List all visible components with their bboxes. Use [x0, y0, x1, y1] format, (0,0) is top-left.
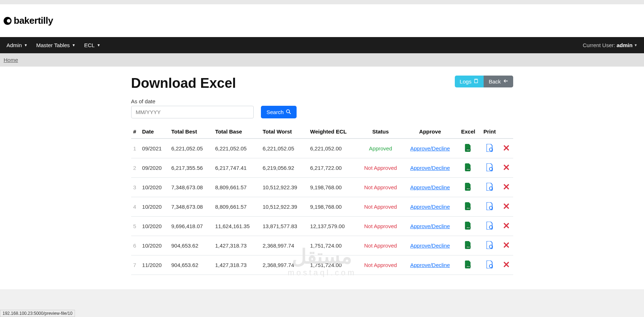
th-excel: Excel: [457, 125, 480, 139]
chevron-down-icon: ▼: [634, 43, 638, 47]
cell-base: 6,221,052.05: [213, 139, 261, 158]
svg-text:XLS: XLS: [467, 227, 470, 228]
approve-decline-link[interactable]: Approve/Decline: [410, 165, 450, 171]
print-preview-icon[interactable]: [487, 205, 493, 211]
delete-icon[interactable]: [503, 147, 510, 153]
print-preview-icon[interactable]: [487, 166, 493, 172]
cell-base: 8,809,661.57: [213, 178, 261, 197]
cell-best: 9,696,418.07: [169, 217, 213, 236]
nav-item-master-tables[interactable]: Master Tables ▼: [36, 42, 75, 48]
cell-worst: 2,368,997.74: [261, 236, 308, 255]
cell-worst: 6,221,052.05: [261, 139, 308, 158]
cell-date: 10/2020: [140, 178, 169, 197]
logo-mark-icon: [4, 17, 12, 25]
table-row: 510/20209,696,418.0711,624,161.3513,871,…: [131, 217, 513, 236]
breadcrumb-home[interactable]: Home: [4, 57, 18, 63]
cell-date: 10/2020: [140, 217, 169, 236]
logs-button[interactable]: Logs: [455, 76, 484, 87]
date-label: As of date: [131, 98, 254, 104]
excel-download-icon[interactable]: XLS: [465, 147, 471, 153]
cell-wecl: 9,198,768.00: [308, 178, 358, 197]
cell-date: 10/2020: [140, 236, 169, 255]
table-row: 209/20206,217,355.566,217,747.416,219,05…: [131, 158, 513, 178]
delete-icon[interactable]: [503, 166, 510, 172]
excel-download-icon[interactable]: XLS: [465, 186, 471, 192]
table-row: 711/2020904,653.621,427,318.732,368,997.…: [131, 255, 513, 275]
current-user-name: admin: [617, 42, 632, 48]
cell-worst: 2,368,997.74: [261, 255, 308, 275]
cell-status: Not Approved: [358, 255, 403, 275]
cell-wecl: 12,137,579.00: [308, 217, 358, 236]
nav-right[interactable]: Current User: admin ▼: [583, 42, 638, 48]
print-preview-icon[interactable]: [487, 263, 493, 270]
nav-item-ecl[interactable]: ECL ▼: [84, 42, 100, 48]
approve-decline-link[interactable]: Approve/Decline: [410, 145, 450, 151]
print-preview-icon[interactable]: [487, 244, 493, 250]
back-label: Back: [489, 78, 501, 85]
cell-idx: 6: [131, 236, 140, 255]
svg-text:XLS: XLS: [467, 246, 470, 248]
excel-download-icon[interactable]: XLS: [465, 263, 471, 270]
breadcrumb-bar: Home: [0, 53, 644, 67]
page-title: Download Excel: [131, 76, 236, 91]
search-icon: [286, 109, 291, 115]
delete-icon[interactable]: [503, 263, 510, 270]
th-base: Total Base: [213, 125, 261, 139]
cell-base: 11,624,161.35: [213, 217, 261, 236]
delete-icon[interactable]: [503, 205, 510, 211]
nav-item-admin[interactable]: Admin ▼: [6, 42, 27, 48]
th-approve: Approve: [403, 125, 457, 139]
delete-icon[interactable]: [503, 186, 510, 192]
approve-decline-link[interactable]: Approve/Decline: [410, 243, 450, 249]
excel-download-icon[interactable]: XLS: [465, 244, 471, 250]
date-input[interactable]: [131, 106, 254, 118]
cell-worst: 13,871,577.83: [261, 217, 308, 236]
print-preview-icon[interactable]: [487, 225, 493, 231]
cell-best: 6,217,355.56: [169, 158, 213, 178]
cell-best: 904,653.62: [169, 255, 213, 275]
chevron-down-icon: ▼: [97, 43, 101, 47]
approve-decline-link[interactable]: Approve/Decline: [410, 262, 450, 268]
cell-date: 11/2020: [140, 255, 169, 275]
cell-idx: 7: [131, 255, 140, 275]
cell-status: Not Approved: [358, 178, 403, 197]
main-navbar: Admin ▼ Master Tables ▼ ECL ▼ Current Us…: [0, 37, 644, 53]
excel-download-icon[interactable]: XLS: [465, 225, 471, 231]
cell-status: Not Approved: [358, 158, 403, 178]
cell-status: Not Approved: [358, 217, 403, 236]
cell-status: Not Approved: [358, 197, 403, 217]
nav-label: Admin: [6, 42, 22, 48]
table-row: 310/20207,348,673.088,809,661.5710,512,9…: [131, 178, 513, 197]
th-worst: Total Worst: [261, 125, 308, 139]
cell-base: 6,217,747.41: [213, 158, 261, 178]
delete-icon[interactable]: [503, 225, 510, 231]
delete-icon[interactable]: [503, 244, 510, 250]
search-label: Search: [267, 109, 284, 115]
excel-download-icon[interactable]: XLS: [465, 205, 471, 211]
cell-best: 7,348,673.08: [169, 178, 213, 197]
svg-text:XLS: XLS: [467, 188, 470, 190]
nav-left: Admin ▼ Master Tables ▼ ECL ▼: [6, 42, 101, 48]
approve-decline-link[interactable]: Approve/Decline: [410, 184, 450, 190]
cell-date: 10/2020: [140, 197, 169, 217]
chevron-down-icon: ▼: [24, 43, 28, 47]
th-idx: #: [131, 125, 140, 139]
excel-download-icon[interactable]: XLS: [465, 166, 471, 172]
th-status: Status: [358, 125, 403, 139]
search-button[interactable]: Search: [261, 106, 297, 118]
brand-logo: bakertilly: [4, 15, 53, 26]
print-preview-icon[interactable]: [487, 186, 493, 192]
approve-decline-link[interactable]: Approve/Decline: [410, 223, 450, 229]
table-row: 109/20216,221,052.056,221,052.056,221,05…: [131, 139, 513, 158]
cell-date: 09/2020: [140, 158, 169, 178]
logs-label: Logs: [460, 78, 472, 85]
cell-wecl: 1,751,724.00: [308, 255, 358, 275]
cell-base: 1,427,318.73: [213, 236, 261, 255]
approve-decline-link[interactable]: Approve/Decline: [410, 204, 450, 210]
cell-wecl: 6,217,722.00: [308, 158, 358, 178]
back-button[interactable]: Back: [484, 76, 513, 87]
svg-text:XLS: XLS: [467, 149, 470, 151]
cell-best: 6,221,052.05: [169, 139, 213, 158]
cell-best: 904,653.62: [169, 236, 213, 255]
print-preview-icon[interactable]: [487, 147, 493, 153]
